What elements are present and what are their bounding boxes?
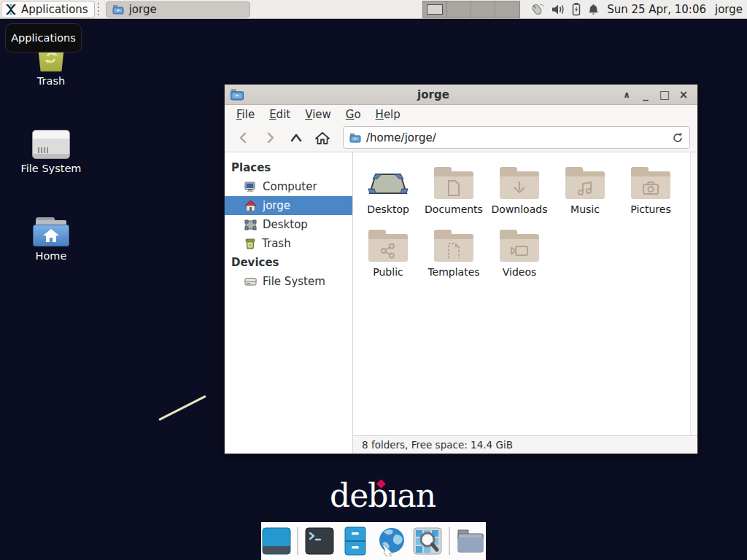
forward-button[interactable] bbox=[258, 127, 282, 149]
back-button[interactable] bbox=[232, 127, 255, 149]
file-item-templates[interactable]: Templates bbox=[422, 227, 486, 278]
file-cabinet-launcher[interactable] bbox=[340, 526, 370, 556]
file-item-videos[interactable]: Videos bbox=[487, 227, 551, 278]
folder-icon-downloads bbox=[500, 167, 539, 199]
file-manager-window: jorge ∧ _ □ × File Edit View Go Help bbox=[224, 84, 698, 454]
file-manager-launcher[interactable] bbox=[456, 526, 486, 556]
file-label: Public bbox=[356, 266, 420, 278]
filesystem-label: File System bbox=[11, 163, 91, 174]
file-label: Videos bbox=[487, 266, 551, 278]
show-desktop-button[interactable] bbox=[261, 526, 291, 556]
close-button[interactable]: × bbox=[676, 87, 692, 103]
drive-icon bbox=[244, 276, 257, 287]
web-browser-launcher[interactable] bbox=[376, 526, 407, 556]
sidebar-item-desktop[interactable]: Desktop bbox=[225, 215, 352, 234]
applications-menu-button[interactable]: Applications bbox=[1, 1, 95, 18]
file-item-public[interactable]: Public bbox=[356, 227, 420, 278]
system-tray bbox=[529, 2, 600, 17]
sidebar-item-home[interactable]: jorge bbox=[225, 196, 352, 215]
file-grid: Desktop Documents bbox=[353, 152, 697, 278]
file-item-pictures[interactable]: Pictures bbox=[619, 164, 683, 215]
reload-icon bbox=[672, 132, 684, 144]
sidebar-label-home: jorge bbox=[263, 199, 290, 212]
debian-text-i: ı bbox=[387, 477, 397, 514]
folder-icon-music bbox=[565, 167, 605, 199]
trash-place-icon bbox=[244, 238, 256, 249]
folder-icon-videos bbox=[500, 230, 539, 262]
hard-drive-icon bbox=[32, 130, 70, 159]
path-input[interactable]: /home/jorge/ bbox=[366, 131, 667, 144]
menu-go[interactable]: Go bbox=[338, 108, 368, 121]
window-controls: ∧ _ □ × bbox=[617, 87, 697, 103]
file-area: Desktop Documents bbox=[353, 152, 697, 454]
folder-icon-public bbox=[368, 230, 408, 262]
window-body: Places Computer jorge bbox=[225, 152, 697, 454]
vertical-scrollbar[interactable] bbox=[690, 152, 697, 435]
file-label: Documents bbox=[422, 203, 486, 215]
workspace-3[interactable] bbox=[471, 1, 495, 18]
desktop-icon-home[interactable]: Home bbox=[11, 210, 91, 262]
workspace-1[interactable] bbox=[423, 1, 447, 18]
up-button[interactable] bbox=[285, 127, 308, 149]
speaker-icon[interactable] bbox=[551, 3, 565, 16]
folder-icon-documents bbox=[434, 167, 473, 199]
dock-separator bbox=[297, 527, 298, 555]
bell-icon[interactable] bbox=[587, 3, 600, 16]
debian-text-post: an bbox=[397, 477, 436, 514]
sidebar-header-places: Places bbox=[225, 158, 352, 177]
web-browser-icon bbox=[376, 526, 407, 556]
taskbar-window-label: jorge bbox=[129, 3, 157, 16]
reload-button[interactable] bbox=[672, 132, 684, 144]
file-cabinet-icon bbox=[344, 526, 367, 556]
file-item-desktop[interactable]: Desktop bbox=[356, 164, 420, 215]
terminal-launcher[interactable] bbox=[304, 526, 334, 556]
panel-clock[interactable]: Sun 25 Apr, 10:06 bbox=[607, 3, 706, 16]
file-label: Templates bbox=[422, 266, 486, 278]
sidebar-item-filesystem[interactable]: File System bbox=[225, 272, 352, 291]
file-pane[interactable]: Desktop Documents bbox=[353, 152, 697, 435]
applications-menu-label: Applications bbox=[21, 3, 88, 16]
file-label: Pictures bbox=[619, 203, 683, 215]
home-label: Home bbox=[11, 250, 91, 262]
terminal-icon bbox=[305, 527, 334, 555]
dock-separator bbox=[449, 527, 450, 555]
panel-username[interactable]: jorge bbox=[715, 3, 743, 16]
file-item-music[interactable]: Music bbox=[553, 164, 617, 215]
file-item-downloads[interactable]: Downloads bbox=[487, 164, 551, 215]
desktop-icon-filesystem[interactable]: File System bbox=[11, 122, 91, 174]
workspace-2[interactable] bbox=[447, 1, 471, 18]
up-icon bbox=[290, 133, 303, 143]
home-button[interactable] bbox=[311, 127, 334, 149]
window-titlebar[interactable]: jorge ∧ _ □ × bbox=[225, 85, 697, 105]
battery-icon[interactable] bbox=[571, 2, 581, 16]
home-icon bbox=[315, 131, 330, 144]
panel-drag-handle[interactable] bbox=[96, 3, 101, 16]
menu-help[interactable]: Help bbox=[368, 108, 408, 121]
sidebar-item-computer[interactable]: Computer bbox=[225, 177, 352, 196]
folder-icon-templates bbox=[434, 230, 473, 262]
menu-edit[interactable]: Edit bbox=[262, 108, 298, 121]
desktop-place-icon bbox=[244, 219, 257, 230]
minimize-button[interactable]: _ bbox=[638, 87, 654, 103]
statusbar-text: 8 folders, Free space: 14.4 GiB bbox=[362, 439, 513, 451]
window-title: jorge bbox=[249, 88, 617, 101]
sidebar-item-trash[interactable]: Trash bbox=[225, 234, 352, 253]
menu-view[interactable]: View bbox=[298, 108, 338, 121]
app-finder-icon bbox=[413, 527, 442, 555]
sidebar-label-trash: Trash bbox=[262, 237, 291, 250]
maximize-button[interactable]: □ bbox=[657, 87, 673, 103]
home-place-icon bbox=[244, 200, 257, 211]
workspace-pager[interactable] bbox=[422, 1, 520, 18]
shade-button[interactable]: ∧ bbox=[619, 87, 635, 103]
menu-file[interactable]: File bbox=[229, 108, 262, 121]
app-finder-launcher[interactable] bbox=[413, 526, 443, 556]
sidebar: Places Computer jorge bbox=[225, 152, 353, 454]
location-bar[interactable]: /home/jorge/ bbox=[343, 126, 690, 149]
file-label: Downloads bbox=[487, 203, 551, 215]
file-item-documents[interactable]: Documents bbox=[422, 164, 486, 215]
applications-tooltip: Applications bbox=[5, 23, 82, 52]
workspace-4[interactable] bbox=[495, 1, 519, 18]
sidebar-label-computer: Computer bbox=[263, 180, 317, 193]
taskbar-window-button[interactable]: jorge bbox=[106, 1, 250, 18]
mouse-icon[interactable] bbox=[529, 2, 545, 17]
